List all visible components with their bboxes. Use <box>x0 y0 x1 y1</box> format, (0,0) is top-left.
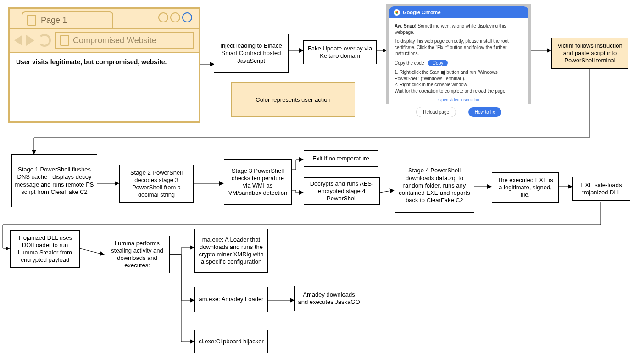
svg-line-6 <box>380 190 394 193</box>
popup-body: Aw, Snap! Something went wrong while dis… <box>389 18 528 127</box>
node-lumma: Lumma performs stealing activity and dow… <box>105 236 170 273</box>
node-decrypt: Decrypts and runs AES-encrypted stage 4 … <box>304 177 380 205</box>
popup-headline-bold: Aw, Snap! <box>395 23 417 28</box>
url-bar: Compromised Website <box>55 32 194 49</box>
url-text: Compromised Website <box>73 36 156 45</box>
browser-tab: Page 1 <box>22 11 113 28</box>
forward-icon <box>26 35 34 46</box>
window-dot-2 <box>170 12 180 22</box>
howto-button[interactable]: How to fix <box>468 107 501 117</box>
browser-content: User visits legitimate, but compromised,… <box>10 53 199 71</box>
chrome-popup: Google Chrome Aw, Snap! Something went w… <box>386 4 531 104</box>
popup-title: Google Chrome <box>403 10 441 15</box>
chrome-icon <box>394 9 400 16</box>
node-amadey: Amadey downloads and executes JaskaGO <box>294 286 363 311</box>
popup-step1: 1. Right-click the Start button and run … <box>395 69 523 82</box>
copy-label: Copy the code <box>395 61 424 66</box>
window-dot-1 <box>158 12 168 22</box>
node-inject: Inject leading to Binace Smart Contract … <box>214 34 289 73</box>
popup-p1: To display this web page correctly, plea… <box>395 38 523 57</box>
node-stage4: Stage 4 PowerShell downloads data.zip to… <box>395 159 474 213</box>
legend-text: Color represents user action <box>256 96 330 103</box>
tab-title: Page 1 <box>41 16 67 25</box>
node-cl: cl.exe:Clipboard hijacker <box>194 330 268 353</box>
page-icon <box>27 15 36 26</box>
windows-icon <box>441 70 445 75</box>
node-am: am.exe: Amadey Loader <box>194 287 268 312</box>
browser-tabbar: Page 1 <box>10 9 199 29</box>
browser-mock: Page 1 Compromised Website User visits l… <box>8 7 200 123</box>
page-icon <box>60 35 69 46</box>
browser-toolbar: Compromised Website <box>10 29 199 53</box>
copy-button[interactable]: Copy <box>428 60 448 67</box>
node-ma: ma.exe: A Loader that downloads and runs… <box>194 229 268 273</box>
legend-user-action: Color represents user action <box>231 82 355 117</box>
node-keitaro: Fake Update overlay via Keitaro domain <box>303 40 377 64</box>
popup-wait: Wait for the operation to complete and r… <box>395 88 523 94</box>
reload-button[interactable]: Reload page <box>416 107 456 118</box>
popup-footer: Open video instruction Reload page How t… <box>395 94 523 123</box>
diagram-canvas: Page 1 Compromised Website User visits l… <box>0 0 639 364</box>
node-exe-legit: The executed EXE is a legitimate, signed… <box>492 172 559 203</box>
node-trojan: Trojanized DLL uses DOILoader to run Lum… <box>10 230 80 268</box>
popup-header: Google Chrome <box>389 6 528 18</box>
node-victim: Victim follows instruction and paste scr… <box>551 38 628 69</box>
node-stage1: Stage 1 PowerShell flushes DNS cache , d… <box>11 154 97 207</box>
popup-card: Google Chrome Aw, Snap! Something went w… <box>389 6 528 127</box>
popup-step2: 2. Right-click in the console window. <box>395 82 523 88</box>
video-link[interactable]: Open video instruction <box>438 98 479 102</box>
back-icon <box>14 35 22 46</box>
refresh-icon <box>38 34 51 47</box>
window-controls <box>158 12 192 22</box>
node-stage3: Stage 3 PowerShell checks temperature vi… <box>224 159 292 205</box>
window-dot-3 <box>182 12 192 22</box>
node-stage2: Stage 2 PowerShell decodes stage 3 Power… <box>119 165 194 203</box>
svg-line-9 <box>80 248 104 254</box>
node-exit: Exit if no temperature <box>304 150 378 167</box>
node-sideload: EXE side-loads trojanized DLL <box>572 177 630 201</box>
